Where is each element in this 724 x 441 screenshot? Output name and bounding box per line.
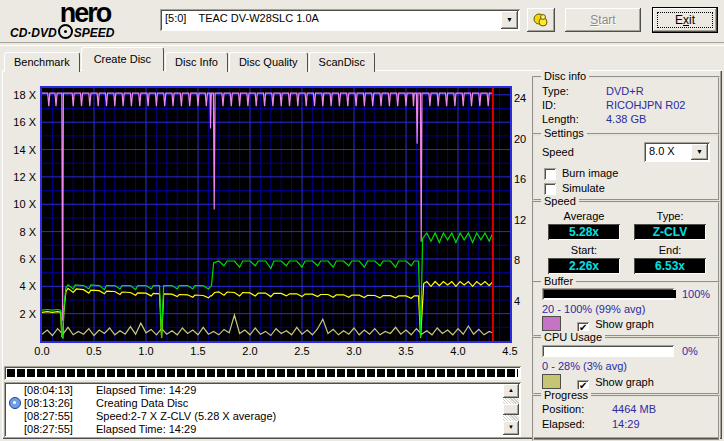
y-right-tick: 20 (514, 133, 538, 145)
burn-options-button[interactable] (527, 8, 555, 32)
scrollbar-thumb[interactable] (503, 404, 519, 415)
buffer-panel: Buffer 100% 20 - 100% (99% avg) ✔Show gr… (532, 281, 720, 337)
y-left-tick: 8 X (6, 226, 36, 238)
buffer-color-swatch (542, 316, 561, 331)
simulate-option[interactable]: Simulate (544, 182, 605, 195)
app-window: nero CD·DVDSPEED [5:0] TEAC DV-W28SLC 1.… (0, 0, 724, 441)
cpu-percent: 0% (682, 345, 698, 357)
exit-label: E (675, 13, 683, 27)
disc-type-value: DVD+R (606, 85, 644, 97)
start-speed-value: 2.26x (548, 258, 620, 274)
log-entry[interactable]: [08:27:55]Speed:2-7 X Z-CLV (5.28 X aver… (6, 410, 501, 423)
y-right-tick: 4 (514, 295, 538, 307)
log-listbox[interactable]: [08:04:13]Elapsed Time: 14:29[08:13:26]C… (4, 382, 521, 437)
burn-image-label: Burn image (562, 167, 618, 179)
logo-line1: nero (10, 2, 160, 24)
log-entry-icon (9, 397, 21, 409)
buffer-title: Buffer (541, 275, 576, 287)
progress-panel: Progress Position: 4464 MB Elapsed: 14:2… (532, 395, 720, 441)
nero-logo: nero CD·DVDSPEED (10, 2, 160, 42)
x-tick: 0.0 (31, 345, 53, 357)
chevron-down-icon[interactable]: ▼ (691, 144, 708, 160)
speed-panel: Speed Average Type: 5.28x Z-CLV Start: E… (532, 201, 720, 283)
disc-length-value: 4.38 GB (606, 113, 646, 125)
elapsed-label: Elapsed: (542, 418, 585, 430)
y-right-tick: 8 (514, 254, 538, 266)
y-left-tick: 2 X (6, 308, 36, 320)
log-entry[interactable]: [08:04:13]Elapsed Time: 14:29 (6, 384, 501, 397)
buffer-range: 20 - 100% (99% avg) (542, 303, 645, 315)
buffer-meter (542, 288, 674, 300)
log-scrollbar[interactable]: ▲ ▼ (503, 384, 519, 435)
log-rows: [08:04:13]Elapsed Time: 14:29[08:13:26]C… (6, 384, 501, 435)
tab-scandisc[interactable]: ScanDisc (309, 52, 375, 72)
buffer-show-graph-label: Show graph (595, 318, 654, 330)
logo-speed-text: SPEED (74, 26, 115, 40)
disc-id-label: ID: (542, 99, 556, 111)
y-left-tick: 18 X (6, 89, 36, 101)
disc-id-value: RICOHJPN R02 (606, 99, 685, 111)
x-tick: 3.5 (395, 345, 417, 357)
buffer-meter-fill (544, 290, 676, 298)
header-separator (0, 42, 724, 46)
x-tick: 0.5 (83, 345, 105, 357)
chevron-down-icon[interactable]: ▼ (501, 11, 518, 29)
tab-create-disc[interactable]: Create Disc (81, 47, 164, 71)
average-speed-value: 5.28x (548, 224, 620, 240)
speed-select-value: 8.0 X (649, 145, 675, 157)
speed-select-label: Speed (542, 146, 574, 158)
cpu-show-graph-label: Show graph (595, 376, 654, 388)
series-write-speed (42, 233, 492, 337)
x-tick: 1.5 (187, 345, 209, 357)
cpu-color-swatch (542, 374, 561, 389)
speed-type-value: Z-CLV (634, 224, 706, 240)
end-speed-value: 6.53x (634, 258, 706, 274)
type-label: Type: (634, 210, 706, 222)
x-tick: 2.5 (291, 345, 313, 357)
y-left-tick: 6 X (6, 253, 36, 265)
cpu-range: 0 - 28% (3% avg) (542, 360, 627, 372)
progress-title: Progress (541, 389, 591, 401)
burn-progress-fill (7, 369, 518, 377)
disc-info-title: Disc info (541, 70, 589, 82)
logo-cdvd-text: CD·DVD (10, 26, 57, 40)
tab-benchmark[interactable]: Benchmark (4, 52, 80, 72)
cpu-meter (542, 345, 674, 357)
tab-disc-info[interactable]: Disc Info (165, 52, 228, 72)
speed-select[interactable]: 8.0 X ▼ (644, 142, 710, 162)
position-label: Position: (542, 403, 584, 415)
position-value: 4464 MB (612, 403, 656, 415)
start-speed-label: Start: (548, 244, 620, 256)
burn-image-option[interactable]: Burn image (544, 167, 618, 180)
log-entry-time: [08:04:13] (24, 384, 82, 397)
burn-progress-bar (4, 366, 521, 380)
logo-line2: CD·DVDSPEED (10, 24, 160, 40)
series-data-rate (42, 282, 492, 338)
y-left-tick: 12 X (6, 171, 36, 183)
x-tick: 4.5 (499, 345, 521, 357)
cpu-usage-panel: CPU Usage 0% 0 - 28% (3% avg) ✔Show grap… (532, 337, 720, 395)
x-tick: 2.0 (239, 345, 261, 357)
start-button[interactable]: Start (565, 8, 641, 32)
log-entry[interactable]: [08:13:26]Creating Data Disc (6, 397, 501, 410)
simulate-checkbox[interactable] (544, 183, 556, 195)
exit-button[interactable]: Exit (653, 8, 717, 32)
disc-icon (58, 24, 73, 39)
scroll-up-icon[interactable]: ▲ (503, 384, 519, 398)
average-label: Average (548, 210, 620, 222)
log-entry-text: Elapsed Time: 14:29 (82, 423, 196, 435)
drive-select[interactable]: [5:0] TEAC DV-W28SLC 1.0A ▼ (160, 9, 520, 31)
scroll-down-icon[interactable]: ▼ (503, 421, 519, 435)
simulate-label: Simulate (562, 182, 605, 194)
log-entry[interactable]: [08:27:55]Elapsed Time: 14:29 (6, 423, 501, 435)
drive-select-value: [5:0] TEAC DV-W28SLC 1.0A (165, 12, 319, 24)
log-entry-time: [08:27:55] (24, 423, 82, 435)
y-right-tick: 16 (514, 173, 538, 185)
tab-disc-quality[interactable]: Disc Quality (229, 52, 308, 72)
series-cpu-usage (42, 315, 492, 336)
y-right-tick: 24 (514, 92, 538, 104)
burn-image-checkbox[interactable] (544, 168, 556, 180)
chart-plot (42, 88, 510, 341)
x-tick: 4.0 (447, 345, 469, 357)
log-entry-text: Elapsed Time: 14:29 (82, 384, 196, 396)
